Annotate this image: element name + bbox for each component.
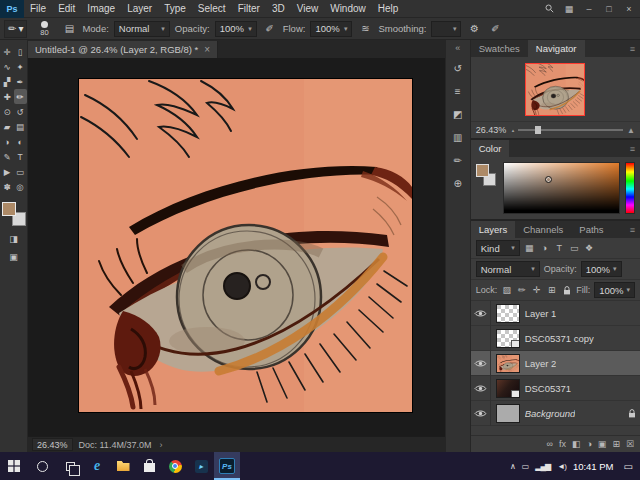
- tool-healing-brush[interactable]: ✚: [1, 89, 14, 104]
- link-layers-icon[interactable]: ∞: [546, 439, 552, 449]
- kind-dropdown[interactable]: Kind▾: [476, 240, 520, 256]
- zoom-slider-thumb[interactable]: [535, 126, 541, 134]
- layer-thumbnail[interactable]: [496, 354, 520, 373]
- canvas[interactable]: [79, 79, 412, 412]
- taskbar-app-photoshop[interactable]: Ps: [214, 452, 240, 480]
- tool-lasso[interactable]: ∿: [1, 59, 14, 74]
- layer-row-layer-2[interactable]: Layer 2: [471, 351, 640, 376]
- task-view-button[interactable]: [56, 452, 84, 480]
- menu-3d[interactable]: 3D: [266, 0, 291, 18]
- layer-row-layer-1[interactable]: Layer 1: [471, 301, 640, 326]
- brush-panel-toggle-icon[interactable]: ▤: [61, 21, 77, 37]
- screen-mode-button[interactable]: ▣: [6, 250, 22, 264]
- layer-thumbnail[interactable]: [496, 329, 520, 348]
- quick-mask-button[interactable]: ◨: [6, 232, 22, 246]
- lock-pixels-icon[interactable]: ✏: [516, 284, 527, 296]
- navigator-zoom-value[interactable]: 26.43%: [476, 125, 508, 135]
- taskbar-app-media-app[interactable]: ▸: [188, 452, 214, 480]
- tab-paths[interactable]: Paths: [571, 221, 611, 238]
- taskbar-app-store[interactable]: [136, 452, 162, 480]
- visibility-eye-icon[interactable]: [471, 376, 491, 401]
- panel-menu-icon[interactable]: ≡: [625, 140, 640, 157]
- delete-layer-icon[interactable]: ☒: [626, 439, 634, 449]
- tool-type[interactable]: T: [14, 149, 27, 164]
- tool-clone-stamp[interactable]: ⊙: [1, 104, 14, 119]
- lock-all-icon[interactable]: [561, 284, 572, 296]
- fill-dropdown[interactable]: 100%▾: [594, 282, 635, 298]
- libraries-icon[interactable]: ▥: [449, 129, 467, 145]
- tool-gradient[interactable]: ▤: [14, 119, 27, 134]
- tool-preset-picker[interactable]: ✏ ▾: [4, 20, 27, 38]
- notification-center-icon[interactable]: ▭: [621, 461, 636, 472]
- tab-navigator[interactable]: Navigator: [528, 40, 585, 57]
- opacity-pressure-icon[interactable]: ✐: [262, 21, 278, 37]
- layer-row-dsc05371-copy[interactable]: DSC05371 copy: [471, 326, 640, 351]
- tray-chevron-icon[interactable]: ∧: [510, 462, 515, 471]
- workspace-icon[interactable]: ▦: [560, 0, 578, 18]
- cortana-button[interactable]: [28, 452, 56, 480]
- smoothing-gear-icon[interactable]: ⚙: [466, 21, 482, 37]
- layer-thumbnail[interactable]: [496, 379, 520, 398]
- filter-pixel-icon[interactable]: ▦: [524, 242, 535, 254]
- menu-filter[interactable]: Filter: [232, 0, 266, 18]
- taskbar-app-chrome[interactable]: [162, 452, 188, 480]
- mode-dropdown[interactable]: Normal▾: [114, 21, 170, 37]
- start-button[interactable]: [0, 452, 28, 480]
- navigator-preview[interactable]: [525, 63, 585, 116]
- properties-icon[interactable]: ≡: [449, 83, 467, 99]
- airbrush-icon[interactable]: ≋: [357, 21, 373, 37]
- tool-brush[interactable]: ✏: [14, 89, 27, 104]
- panel-menu-icon[interactable]: ≡: [625, 221, 640, 238]
- tab-color[interactable]: Color: [471, 140, 510, 157]
- tray-network-icon[interactable]: ▂▄▆: [535, 462, 550, 471]
- size-pressure-icon[interactable]: ✐: [487, 21, 503, 37]
- menu-view[interactable]: View: [291, 0, 325, 18]
- tool-move[interactable]: ✛: [1, 44, 14, 59]
- tool-shape[interactable]: ▭: [14, 164, 27, 179]
- opacity-dropdown[interactable]: 100%▾: [215, 21, 257, 37]
- tool-zoom[interactable]: ◎: [14, 179, 27, 194]
- filter-adjustment-icon[interactable]: ◑: [539, 242, 550, 254]
- tool-crop[interactable]: ▞: [1, 74, 14, 89]
- menu-window[interactable]: Window: [324, 0, 372, 18]
- tool-dodge[interactable]: ◐: [14, 134, 27, 149]
- lock-position-icon[interactable]: ✛: [531, 284, 542, 296]
- lock-artboard-icon[interactable]: ⊞: [546, 284, 557, 296]
- tool-path-selection[interactable]: ▶: [1, 164, 14, 179]
- color-field[interactable]: [503, 162, 620, 214]
- smoothing-dropdown[interactable]: ▾: [431, 21, 461, 37]
- blend-mode-dropdown[interactable]: Normal▾: [476, 261, 540, 277]
- menu-help[interactable]: Help: [372, 0, 405, 18]
- menu-layer[interactable]: Layer: [121, 0, 158, 18]
- tool-eyedropper[interactable]: ✒: [14, 74, 27, 89]
- visibility-eye-icon[interactable]: [471, 301, 491, 326]
- color-foreground-swatch[interactable]: [476, 164, 489, 177]
- close-button[interactable]: ×: [620, 0, 638, 18]
- layer-effects-icon[interactable]: fx: [559, 439, 566, 449]
- layers-opacity-dropdown[interactable]: 100%▾: [581, 261, 622, 277]
- visibility-eye-icon[interactable]: [471, 351, 491, 376]
- minimize-button[interactable]: –: [580, 0, 598, 18]
- tab-layers[interactable]: Layers: [471, 221, 516, 238]
- taskbar-app-edge[interactable]: e: [84, 452, 110, 480]
- layer-thumbnail[interactable]: [496, 404, 520, 423]
- brush-settings-icon[interactable]: ✏: [449, 152, 467, 168]
- layer-mask-icon[interactable]: ◧: [572, 439, 581, 449]
- maximize-button[interactable]: □: [600, 0, 618, 18]
- menu-file[interactable]: File: [24, 0, 52, 18]
- tool-hand[interactable]: ✽: [1, 179, 14, 194]
- layer-row-background[interactable]: Background: [471, 401, 640, 426]
- filter-smart-object-icon[interactable]: ❖: [584, 242, 595, 254]
- panel-menu-icon[interactable]: ≡: [625, 40, 640, 57]
- new-group-icon[interactable]: ▣: [598, 439, 607, 449]
- adjustments-icon[interactable]: ◩: [449, 106, 467, 122]
- new-layer-icon[interactable]: ⊞: [612, 439, 620, 449]
- filter-shape-icon[interactable]: ▭: [569, 242, 580, 254]
- navigator-zoom-slider[interactable]: [518, 129, 623, 131]
- foreground-swatch[interactable]: [2, 202, 16, 216]
- search-icon[interactable]: [540, 0, 558, 18]
- tray-volume-icon[interactable]: ◄): [557, 462, 566, 471]
- tab-swatches[interactable]: Swatches: [471, 40, 528, 57]
- clone-source-icon[interactable]: ⊕: [449, 175, 467, 191]
- visibility-eye-icon[interactable]: [471, 326, 491, 351]
